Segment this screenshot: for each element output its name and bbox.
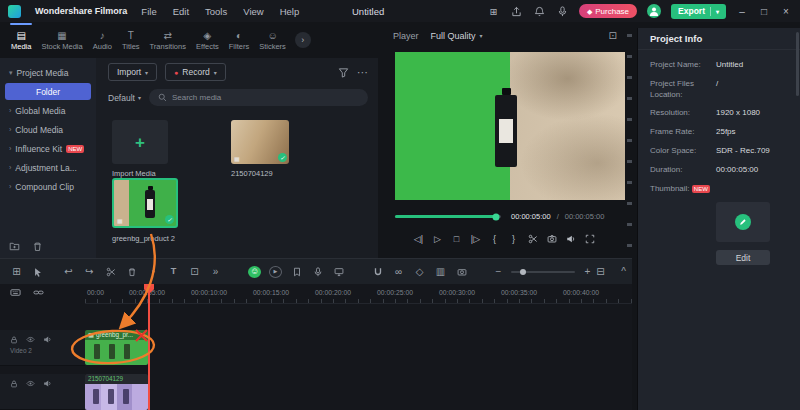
purchase-button[interactable]: ◆ Purchase	[579, 4, 637, 18]
screen-record-icon[interactable]	[332, 267, 345, 277]
import-media-tile[interactable]: +	[112, 120, 168, 164]
motion-tracking-icon[interactable]: ▶	[269, 266, 282, 278]
stop-button[interactable]: □	[452, 235, 462, 244]
minimize-button[interactable]: –	[736, 6, 748, 17]
tab-filters[interactable]: ◐ Filters	[224, 28, 254, 53]
tab-stickers[interactable]: ☺ Stickers	[254, 28, 291, 53]
menu-tools[interactable]: Tools	[205, 6, 227, 17]
chevron-down-icon[interactable]: ▾	[716, 8, 719, 15]
fullscreen-button[interactable]	[585, 234, 595, 244]
share-upload-icon[interactable]	[510, 5, 523, 18]
next-frame-button[interactable]: |▷	[471, 235, 481, 244]
grid-view-icon[interactable]: ⊞	[10, 267, 23, 277]
progress-handle[interactable]	[492, 213, 499, 220]
media-item-2150704129[interactable]: ▦ ✓	[231, 120, 289, 164]
sidebar-item-project-media[interactable]: ▾ Project Media	[0, 63, 96, 82]
quality-dropdown[interactable]: Full Quality ▾	[431, 31, 483, 41]
project-info-scrollbar[interactable]	[796, 32, 799, 96]
more-tools-icon[interactable]: »	[209, 267, 222, 277]
magnet-snap-icon[interactable]	[371, 267, 384, 277]
panel-resize-handle[interactable]	[627, 34, 632, 256]
snapshot-camera-button[interactable]	[547, 234, 557, 244]
tab-titles[interactable]: T Titles	[117, 28, 145, 53]
volume-button[interactable]	[566, 234, 576, 244]
tab-transitions[interactable]: ⇄ Transitions	[145, 28, 191, 53]
mark-out-button[interactable]: }	[509, 235, 519, 244]
import-button[interactable]: Import ▾	[108, 63, 157, 81]
sidebar-item-adjustment-layer[interactable]: › Adjustment La...	[0, 158, 96, 177]
voiceover-mic-icon[interactable]	[311, 267, 324, 277]
mute-track-icon[interactable]	[43, 335, 52, 344]
select-tool-icon[interactable]	[31, 267, 44, 277]
marker-icon[interactable]	[290, 267, 303, 277]
speed-icon[interactable]: ◔	[146, 267, 159, 277]
split-button[interactable]	[528, 234, 538, 244]
link-chain-icon[interactable]	[33, 287, 44, 298]
user-avatar[interactable]	[647, 4, 661, 18]
export-button[interactable]: Export ▾	[671, 4, 726, 19]
sidebar-item-compound-clip[interactable]: › Compound Clip	[0, 177, 96, 196]
lock-track-icon[interactable]	[10, 336, 18, 344]
media-item-greenbg-product-2[interactable]: ▦ ✓	[112, 178, 178, 228]
menu-view[interactable]: View	[243, 6, 263, 17]
sort-dropdown[interactable]: Default ▾	[108, 93, 141, 103]
menu-file[interactable]: File	[141, 6, 156, 17]
keyboard-shortcut-icon[interactable]	[10, 287, 21, 298]
collapse-timeline-icon[interactable]: ^	[617, 267, 630, 277]
maximize-button[interactable]: □	[758, 6, 770, 17]
sidebar-item-folder[interactable]: Folder	[5, 83, 91, 100]
new-folder-icon[interactable]	[9, 241, 20, 252]
render-preview-icon[interactable]: ▥	[434, 267, 447, 277]
hide-track-icon[interactable]	[26, 379, 35, 388]
play-button[interactable]: ▷	[433, 235, 443, 244]
zoom-slider[interactable]	[511, 271, 575, 273]
record-button[interactable]: ● Record ▾	[165, 63, 226, 81]
mute-track-icon[interactable]	[43, 379, 52, 388]
microphone-icon[interactable]	[556, 5, 569, 18]
playhead[interactable]	[148, 284, 150, 410]
split-scissors-icon[interactable]	[104, 267, 117, 277]
mark-in-button[interactable]: {	[490, 235, 500, 244]
zoom-out-icon[interactable]: −	[492, 267, 505, 277]
playback-progress-bar[interactable]	[395, 215, 501, 218]
menu-edit[interactable]: Edit	[173, 6, 189, 17]
tabs-overflow-button[interactable]: ›	[295, 32, 311, 48]
close-button[interactable]: ×	[780, 6, 792, 17]
search-box[interactable]	[149, 89, 368, 106]
tab-effects[interactable]: ◈ Effects	[191, 28, 224, 53]
tab-stock-media[interactable]: ▦ Stock Media	[36, 28, 87, 53]
sidebar-item-global-media[interactable]: › Global Media	[0, 101, 96, 120]
crop-icon[interactable]: ⊡	[188, 267, 201, 277]
hide-track-icon[interactable]	[26, 335, 35, 344]
delete-folder-icon[interactable]	[32, 241, 43, 252]
zoom-in-icon[interactable]: +	[581, 267, 594, 277]
menu-help[interactable]: Help	[280, 6, 300, 17]
zoom-slider-handle[interactable]	[520, 269, 526, 275]
timeline-clip-2150704129[interactable]: 2150704129	[85, 374, 148, 410]
more-options-icon[interactable]: ⋯	[357, 67, 368, 78]
redo-icon[interactable]: ↪	[83, 267, 96, 277]
tab-media[interactable]: ▤ Media	[6, 28, 36, 53]
edit-project-button[interactable]: Edit	[716, 250, 770, 265]
previous-frame-button[interactable]: ◁|	[414, 235, 424, 244]
filter-funnel-icon[interactable]	[338, 67, 349, 78]
workspace-layout-icon[interactable]: ⊞	[487, 5, 500, 18]
notification-bell-icon[interactable]	[533, 5, 546, 18]
tab-audio[interactable]: ♪ Audio	[88, 28, 117, 53]
edit-thumbnail-icon[interactable]	[735, 214, 751, 230]
keyframe-icon[interactable]: ◇	[413, 267, 426, 277]
emoji-sticker-icon[interactable]: ☺	[248, 266, 261, 278]
search-input[interactable]	[172, 93, 359, 102]
link-clips-icon[interactable]: ∞	[392, 267, 405, 277]
timeline-clip-greenbg[interactable]: ▦ greenbg_pr...	[85, 330, 148, 365]
zoom-to-fit-icon[interactable]: ⊟	[594, 267, 607, 277]
lock-track-icon[interactable]	[10, 380, 18, 388]
undo-icon[interactable]: ↩	[62, 267, 75, 277]
delete-icon[interactable]	[125, 267, 138, 277]
thumbnail-preview[interactable]	[716, 202, 770, 242]
detach-player-icon[interactable]: ⊡	[609, 30, 617, 41]
timeline-ruler[interactable]: 00:00 00:00:05:00 00:00:10:00 00:00:15:0…	[85, 284, 632, 304]
sidebar-item-cloud-media[interactable]: › Cloud Media	[0, 120, 96, 139]
snapshot-icon[interactable]	[455, 267, 468, 277]
text-tool-icon[interactable]: T	[167, 267, 180, 276]
